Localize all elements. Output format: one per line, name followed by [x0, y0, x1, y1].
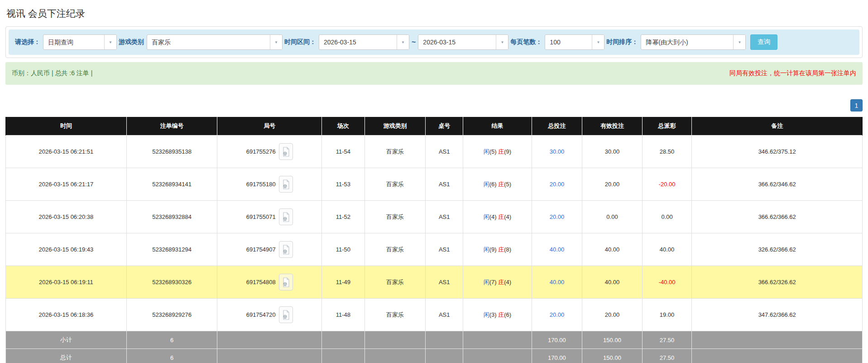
- player-score: (6): [489, 181, 497, 188]
- cell-result: 闲(9) 庄(8): [463, 233, 532, 266]
- header-round-no: 局号: [217, 117, 322, 136]
- page-size-value: 100: [545, 35, 592, 49]
- bet-records-table: 时间 注单编号 局号 场次 游戏类别 桌号 结果 总投注 有效投注 总派彩 备注…: [5, 117, 863, 363]
- video-replay-icon[interactable]: [279, 241, 293, 258]
- cell-payout: 19.00: [642, 299, 692, 331]
- cell-table-no: AS1: [426, 233, 463, 266]
- total-bet-link[interactable]: 30.00: [550, 148, 565, 155]
- chevron-down-icon[interactable]: ▼: [270, 35, 282, 49]
- player-score: (5): [489, 148, 497, 155]
- cell-round-no: 691755276: [217, 136, 322, 168]
- round-number: 691754907: [246, 246, 276, 253]
- chevron-down-icon[interactable]: ▼: [733, 35, 745, 49]
- cell-remark: 366.62/346.62: [692, 168, 863, 201]
- game-type-select[interactable]: 百家乐 ▼: [147, 34, 283, 50]
- total-total-bet: 170.00: [532, 349, 582, 363]
- query-type-label: 请选择：: [15, 38, 40, 46]
- chevron-down-icon[interactable]: ▼: [496, 35, 508, 49]
- cell-valid-bet: 40.00: [582, 266, 642, 299]
- cell-total-bet: 20.00: [532, 201, 582, 233]
- date-from-select[interactable]: 2026-03-15 ▼: [319, 34, 409, 50]
- cell-table-no: AS1: [426, 201, 463, 233]
- cell-remark: 347.62/366.62: [692, 299, 863, 331]
- cell-time: 2026-03-15 06:19:43: [6, 233, 127, 266]
- header-remark: 备注: [692, 117, 863, 136]
- currency-total-text: 币别：人民币 | 总共 :6 注单 |: [12, 69, 92, 77]
- header-game-type: 游戏类别: [364, 117, 425, 136]
- date-to-select[interactable]: 2026-03-15 ▼: [418, 34, 508, 50]
- page-size-select[interactable]: 100 ▼: [545, 34, 604, 50]
- cell-game-type: 百家乐: [364, 136, 425, 168]
- player-result-label: 闲: [484, 213, 489, 220]
- video-replay-icon[interactable]: [279, 274, 293, 290]
- time-sort-value: 降幂(由大到小): [641, 35, 733, 49]
- cell-session: 11-50: [322, 233, 365, 266]
- cell-remark: 366.62/366.62: [692, 201, 863, 233]
- video-replay-icon[interactable]: [279, 176, 293, 193]
- cell-bet-no: 523268931294: [126, 233, 217, 266]
- chevron-down-icon[interactable]: ▼: [397, 35, 409, 49]
- cell-round-no: 691754808: [217, 266, 322, 299]
- cell-valid-bet: 40.00: [582, 233, 642, 266]
- cell-time: 2026-03-15 06:19:11: [6, 266, 127, 299]
- total-bet-link[interactable]: 40.00: [550, 246, 565, 253]
- cell-round-no: 691754907: [217, 233, 322, 266]
- total-bet-link[interactable]: 20.00: [550, 181, 565, 188]
- chevron-down-icon[interactable]: ▼: [104, 35, 116, 49]
- total-bet-link[interactable]: 20.00: [550, 213, 565, 220]
- cell-game-type: 百家乐: [364, 266, 425, 299]
- round-number: 691754808: [246, 279, 276, 286]
- page-size-label: 每页笔数：: [510, 38, 542, 46]
- banker-score: (4): [504, 213, 511, 220]
- video-replay-icon[interactable]: [279, 143, 293, 160]
- date-to-value: 2026-03-15: [418, 35, 496, 49]
- subtotal-payout: 27.50: [642, 331, 692, 349]
- table-row: 2026-03-15 06:19:43 523268931294 6917549…: [6, 233, 863, 266]
- cell-round-no: 691755071: [217, 201, 322, 233]
- total-bet-link[interactable]: 40.00: [550, 279, 565, 286]
- total-bet-link[interactable]: 20.00: [550, 311, 565, 318]
- header-table-no: 桌号: [426, 117, 463, 136]
- round-number: 691755276: [246, 148, 276, 155]
- chevron-down-icon[interactable]: ▼: [592, 35, 604, 49]
- cell-game-type: 百家乐: [364, 201, 425, 233]
- subtotal-label: 小计: [6, 331, 127, 349]
- cell-result: 闲(5) 庄(9): [463, 136, 532, 168]
- player-score: (7): [489, 279, 497, 286]
- player-result-label: 闲: [484, 311, 489, 318]
- header-total-bet: 总投注: [532, 117, 582, 136]
- video-replay-icon[interactable]: [279, 306, 293, 323]
- header-time: 时间: [6, 117, 127, 136]
- cell-session: 11-52: [322, 201, 365, 233]
- cell-total-bet: 40.00: [532, 233, 582, 266]
- round-number: 691755071: [246, 213, 276, 220]
- player-result-label: 闲: [484, 148, 489, 155]
- cell-payout: 40.00: [642, 233, 692, 266]
- video-replay-icon[interactable]: [279, 208, 293, 225]
- filter-bar: 请选择： 日期查询 ▼ 游戏类别 百家乐 ▼ 时间区间： 2026-03-15 …: [9, 29, 859, 55]
- date-from-value: 2026-03-15: [319, 35, 397, 49]
- header-valid-bet: 有效投注: [582, 117, 642, 136]
- cell-time: 2026-03-15 06:21:17: [6, 168, 127, 201]
- cell-valid-bet: 20.00: [582, 168, 642, 201]
- time-sort-select[interactable]: 降幂(由大到小) ▼: [641, 34, 746, 50]
- banker-score: (5): [504, 181, 511, 188]
- search-button[interactable]: 查询: [750, 34, 777, 50]
- subtotal-total-bet: 170.00: [532, 331, 582, 349]
- cell-table-no: AS1: [426, 136, 463, 168]
- table-row: 2026-03-15 06:21:51 523268935138 6917552…: [6, 136, 863, 168]
- cell-result: 闲(7) 庄(4): [463, 266, 532, 299]
- round-number: 691754720: [246, 311, 276, 318]
- cell-round-no: 691755180: [217, 168, 322, 201]
- player-result-label: 闲: [484, 181, 489, 188]
- banker-result-label: 庄: [498, 213, 504, 220]
- cell-valid-bet: 0.00: [582, 201, 642, 233]
- cell-payout: -20.00: [642, 168, 692, 201]
- page-1-button[interactable]: 1: [850, 99, 863, 111]
- query-type-select[interactable]: 日期查询 ▼: [43, 34, 117, 50]
- banker-result-label: 庄: [498, 311, 504, 318]
- header-session: 场次: [322, 117, 365, 136]
- total-count: 6: [126, 349, 217, 363]
- cell-session: 11-53: [322, 168, 365, 201]
- cell-round-no: 691754720: [217, 299, 322, 331]
